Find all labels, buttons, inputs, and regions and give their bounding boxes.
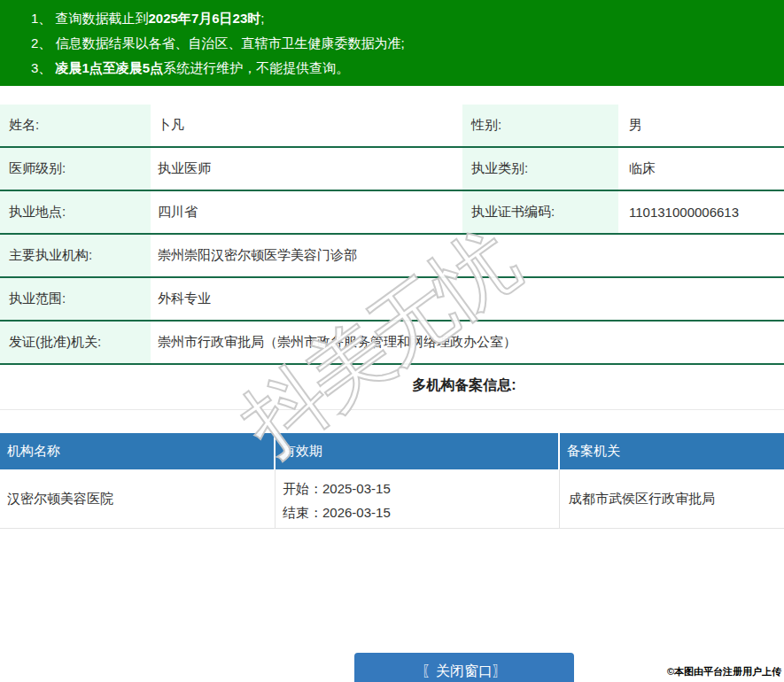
notice-banner: 1、 查询数据截止到2025年7月6日23时; 2、 信息数据结果以各省、自治区… <box>0 0 784 86</box>
close-window-button[interactable]: 〖关闭窗口〗 <box>354 653 574 682</box>
doctor-level-value: 执业医师 <box>151 148 462 190</box>
notice-text: 1、 查询数据截止到 <box>31 11 149 26</box>
info-row-level-category: 医师级别: 执业医师 执业类别: 临床 <box>0 148 784 191</box>
certificate-number-value: 110131000006613 <box>618 191 784 233</box>
org-table-row: 汉密尔顿美容医院 开始：2025-03-15 结束：2026-03-15 成都市… <box>0 469 784 529</box>
license-query-result-page: 1、 查询数据截止到2025年7月6日23时; 2、 信息数据结果以各省、自治区… <box>0 0 784 682</box>
info-row-main-institution: 主要执业机构: 崇州崇阳汉密尔顿医学美容门诊部 <box>0 235 784 278</box>
practitioner-info-table: 姓名: 卜凡 性别: 男 医师级别: 执业医师 执业类别: 临床 执业地点: 四… <box>0 105 784 365</box>
filing-authority-value: 成都市武侯区行政审批局 <box>560 469 784 528</box>
main-institution-label: 主要执业机构: <box>0 235 151 276</box>
multi-org-filing-table: 机构名称 有效期 备案机关 汉密尔顿美容医院 开始：2025-03-15 结束：… <box>0 433 784 529</box>
practice-scope-value: 外科专业 <box>151 278 784 320</box>
multi-org-section-title: 多机构备案信息: <box>144 376 784 394</box>
info-row-issuing-authority: 发证(批准)机关: 崇州市行政审批局（崇州市政务服务管理和网络理政办公室） <box>0 322 784 365</box>
org-name-header: 机构名称 <box>0 433 276 469</box>
main-institution-value: 崇州崇阳汉密尔顿医学美容门诊部 <box>151 235 784 276</box>
practice-category-value: 临床 <box>618 148 784 190</box>
practice-location-label: 执业地点: <box>0 191 151 233</box>
notice-text: 3、 <box>31 60 56 75</box>
validity-value: 开始：2025-03-15 结束：2026-03-15 <box>276 469 560 528</box>
issuing-authority-value: 崇州市行政审批局（崇州市政务服务管理和网络理政办公室） <box>151 322 784 363</box>
filing-authority-header: 备案机关 <box>560 433 784 469</box>
notice-text-bold: 2025年7月6日23时 <box>149 11 261 26</box>
gender-label: 性别: <box>462 105 618 146</box>
notice-text: ; <box>260 11 264 26</box>
info-row-location-certno: 执业地点: 四川省 执业证书编码: 110131000006613 <box>0 191 784 235</box>
issuing-authority-label: 发证(批准)机关: <box>0 322 151 363</box>
certificate-number-label: 执业证书编码: <box>462 191 618 233</box>
section-divider <box>0 409 784 410</box>
platform-upload-badge: ©本图由平台注册用户上传 <box>667 665 781 678</box>
validity-header: 有效期 <box>276 433 560 469</box>
practice-category-label: 执业类别: <box>462 148 618 190</box>
info-row-name-gender: 姓名: 卜凡 性别: 男 <box>0 105 784 148</box>
name-value: 卜凡 <box>151 105 462 146</box>
info-row-practice-scope: 执业范围: 外科专业 <box>0 278 784 322</box>
notice-text: 2、 信息数据结果以各省、自治区、直辖市卫生健康委数据为准; <box>31 35 405 50</box>
validity-end: 结束：2026-03-15 <box>283 500 559 524</box>
notice-line-3: 3、 凌晨1点至凌晨5点系统进行维护，不能提供查询。 <box>31 56 784 81</box>
validity-start: 开始：2025-03-15 <box>283 477 559 500</box>
doctor-level-label: 医师级别: <box>0 148 151 190</box>
notice-line-1: 1、 查询数据截止到2025年7月6日23时; <box>31 6 784 31</box>
org-table-header-row: 机构名称 有效期 备案机关 <box>0 433 784 469</box>
org-name-value: 汉密尔顿美容医院 <box>0 469 276 528</box>
practice-location-value: 四川省 <box>151 191 462 233</box>
gender-value: 男 <box>618 105 784 146</box>
notice-text: 系统进行维护，不能提供查询。 <box>163 60 349 75</box>
notice-text-bold: 凌晨1点至凌晨5点 <box>56 60 164 75</box>
notice-line-2: 2、 信息数据结果以各省、自治区、直辖市卫生健康委数据为准; <box>31 31 784 56</box>
practice-scope-label: 执业范围: <box>0 278 151 320</box>
name-label: 姓名: <box>0 105 151 146</box>
